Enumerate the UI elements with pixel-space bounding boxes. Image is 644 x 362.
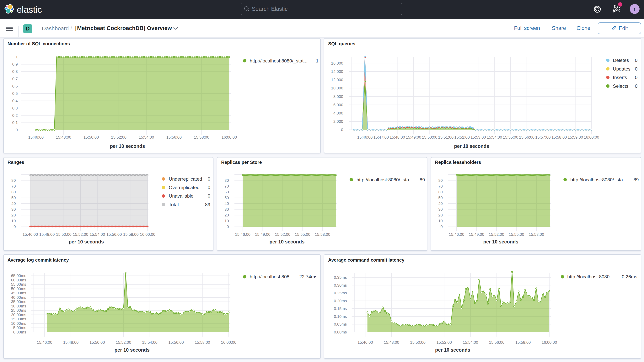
svg-text:0: 0 <box>440 224 443 229</box>
svg-text:50.00ms: 50.00ms <box>11 286 26 291</box>
svg-text:15:54:00: 15:54:00 <box>142 340 158 344</box>
svg-text:16:00:00: 16:00:00 <box>221 340 236 344</box>
svg-text:5.00ms: 5.00ms <box>13 326 26 330</box>
svg-text:15:58:00: 15:58:00 <box>195 340 210 344</box>
svg-text:0.6: 0.6 <box>12 84 18 88</box>
svg-text:1: 1 <box>16 55 18 59</box>
svg-text:15:50:00: 15:50:00 <box>422 135 437 139</box>
svg-text:15:57:00: 15:57:00 <box>535 135 551 139</box>
svg-text:0: 0 <box>635 66 638 72</box>
svg-text:0: 0 <box>227 224 229 229</box>
svg-text:15:56:00: 15:56:00 <box>106 232 122 236</box>
svg-text:65.00ms: 65.00ms <box>11 273 26 278</box>
svg-text:0.9: 0.9 <box>12 62 18 66</box>
svg-text:30: 30 <box>438 207 443 212</box>
svg-text:89: 89 <box>205 202 210 207</box>
svg-text:15:54:00: 15:54:00 <box>90 232 105 236</box>
svg-text:50: 50 <box>224 196 229 200</box>
svg-text:10.00ms: 10.00ms <box>11 321 26 326</box>
svg-text:50: 50 <box>438 196 443 200</box>
svg-text:15:48:00: 15:48:00 <box>63 340 79 344</box>
svg-text:10: 10 <box>224 218 229 223</box>
svg-text:15:50:00: 15:50:00 <box>84 135 99 139</box>
svg-text:15:46:00: 15:46:00 <box>357 135 373 139</box>
svg-text:per 10 seconds: per 10 seconds <box>114 347 150 352</box>
svg-text:70: 70 <box>12 184 16 188</box>
svg-text:Total: Total <box>169 202 179 207</box>
svg-text:45.00ms: 45.00ms <box>11 291 26 295</box>
svg-text:10,000: 10,000 <box>331 86 343 90</box>
svg-text:16:00:00: 16:00:00 <box>140 232 156 236</box>
svg-text:0.15ms: 0.15ms <box>334 306 347 311</box>
svg-text:30: 30 <box>12 207 16 212</box>
svg-text:0.00ms: 0.00ms <box>334 330 347 334</box>
svg-text:Ranges: Ranges <box>8 160 24 165</box>
svg-text:http://localhost:8080/_sta...: http://localhost:8080/_sta... <box>570 177 627 182</box>
svg-text:0.8: 0.8 <box>12 69 18 74</box>
svg-text:0.1: 0.1 <box>12 120 18 125</box>
svg-text:15:54:00: 15:54:00 <box>139 135 154 139</box>
svg-text:0.30ms: 0.30ms <box>334 283 347 288</box>
svg-text:0.7: 0.7 <box>12 76 18 81</box>
svg-text:per 10 seconds: per 10 seconds <box>454 144 489 149</box>
svg-text:15:56:00: 15:56:00 <box>166 135 182 139</box>
svg-text:15:58:00: 15:58:00 <box>529 232 544 236</box>
svg-text:15:49:00: 15:49:00 <box>469 232 484 236</box>
svg-text:Average command commit latency: Average command commit latency <box>328 257 404 262</box>
svg-text:per 10 seconds: per 10 seconds <box>483 239 518 244</box>
svg-text:12,000: 12,000 <box>331 78 343 82</box>
svg-text:15:52:00: 15:52:00 <box>73 232 88 236</box>
svg-text:2,000: 2,000 <box>334 119 343 124</box>
svg-text:15:56:00: 15:56:00 <box>519 135 534 139</box>
svg-text:15:48:00: 15:48:00 <box>39 232 55 236</box>
svg-text:80: 80 <box>438 178 443 182</box>
svg-text:15:48:00: 15:48:00 <box>384 340 399 344</box>
svg-text:15:52:00: 15:52:00 <box>489 232 504 236</box>
svg-text:15:46:00: 15:46:00 <box>449 232 464 236</box>
svg-text:25.00ms: 25.00ms <box>11 308 26 312</box>
svg-text:20: 20 <box>224 213 229 217</box>
svg-text:Selects: Selects <box>613 84 628 89</box>
svg-text:60: 60 <box>12 190 16 194</box>
svg-text:per 10 seconds: per 10 seconds <box>269 239 304 244</box>
svg-text:8,000: 8,000 <box>334 94 343 99</box>
svg-text:60: 60 <box>438 190 443 194</box>
svg-text:Replicas per Store: Replicas per Store <box>221 160 262 165</box>
svg-text:0: 0 <box>635 84 638 89</box>
svg-text:15:58:00: 15:58:00 <box>123 232 139 236</box>
svg-text:15:52:00: 15:52:00 <box>116 340 131 344</box>
svg-text:15:58:00: 15:58:00 <box>552 135 567 139</box>
svg-text:16,000: 16,000 <box>331 61 343 65</box>
svg-text:15:47:00: 15:47:00 <box>374 135 389 139</box>
svg-text:16:00:00: 16:00:00 <box>584 135 599 139</box>
svg-text:15:46:00: 15:46:00 <box>235 232 250 236</box>
svg-text:15:54:00: 15:54:00 <box>463 340 478 344</box>
svg-text:15:56:00: 15:56:00 <box>489 340 504 344</box>
svg-text:15:46:00: 15:46:00 <box>22 232 38 236</box>
svg-text:15:50:00: 15:50:00 <box>90 340 105 344</box>
svg-text:70: 70 <box>438 184 443 188</box>
svg-text:15:49:00: 15:49:00 <box>406 135 421 139</box>
svg-text:0.4: 0.4 <box>12 98 18 103</box>
svg-text:Number of SQL connections: Number of SQL connections <box>8 41 70 46</box>
svg-text:50: 50 <box>12 196 16 200</box>
svg-text:80: 80 <box>12 178 16 182</box>
svg-text:30: 30 <box>224 207 229 212</box>
svg-text:0: 0 <box>341 128 343 132</box>
svg-text:20: 20 <box>438 213 443 217</box>
svg-text:Unavailable: Unavailable <box>169 193 194 198</box>
svg-text:http://localhost:8080/_sta...: http://localhost:8080/_sta... <box>356 177 413 182</box>
svg-text:0.10ms: 0.10ms <box>334 314 347 319</box>
svg-text:20: 20 <box>12 213 16 217</box>
svg-text:60.00ms: 60.00ms <box>11 278 26 282</box>
svg-text:15:59:00: 15:59:00 <box>568 135 583 139</box>
svg-text:15:56:00: 15:56:00 <box>168 340 184 344</box>
svg-text:0.05ms: 0.05ms <box>334 322 347 326</box>
svg-text:15:50:00: 15:50:00 <box>56 232 72 236</box>
svg-text:35.00ms: 35.00ms <box>11 299 26 304</box>
svg-text:15.00ms: 15.00ms <box>11 317 26 321</box>
svg-text:Inserts: Inserts <box>613 75 627 80</box>
svg-text:0.00ms: 0.00ms <box>13 330 26 334</box>
svg-text:0: 0 <box>16 128 18 132</box>
svg-text:0.20ms: 0.20ms <box>334 298 347 303</box>
